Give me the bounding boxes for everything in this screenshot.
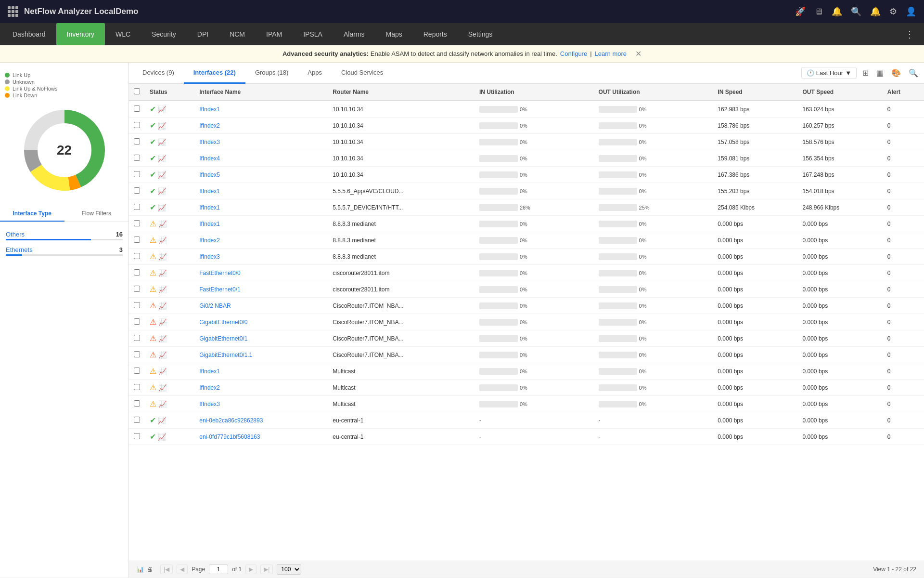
mini-chart-icon[interactable]: 📈: [158, 253, 167, 261]
tab-flow-filters[interactable]: Flow Filters: [64, 206, 129, 222]
tab-cloud-services[interactable]: Cloud Services: [332, 63, 393, 84]
app-grid-icon[interactable]: [8, 6, 18, 17]
cell-interface-name[interactable]: IfIndex5: [194, 167, 328, 183]
header-in-utilization[interactable]: IN Utilization: [475, 84, 594, 101]
nav-item-settings[interactable]: Settings: [458, 23, 503, 45]
mini-chart-icon[interactable]: 📈: [158, 417, 166, 424]
tab-interfaces[interactable]: Interfaces (22): [184, 63, 245, 84]
nav-item-security[interactable]: Security: [141, 23, 187, 45]
row-checkbox[interactable]: [134, 269, 140, 276]
mini-chart-icon[interactable]: 📈: [158, 433, 166, 441]
last-page-button[interactable]: ▶|: [260, 565, 273, 574]
row-checkbox[interactable]: [134, 171, 140, 177]
mini-chart-icon[interactable]: 📈: [158, 155, 166, 162]
cell-interface-name[interactable]: Gi0/2 NBAR: [194, 298, 328, 314]
row-checkbox[interactable]: [134, 433, 140, 439]
print-icon[interactable]: 🖨: [147, 566, 153, 573]
row-checkbox[interactable]: [134, 138, 140, 144]
header-alert[interactable]: Alert: [883, 84, 924, 101]
mini-chart-icon[interactable]: 📈: [158, 204, 166, 211]
header-router-name[interactable]: Router Name: [328, 84, 475, 101]
header-out-speed[interactable]: OUT Speed: [798, 84, 883, 101]
cell-interface-name[interactable]: IfIndex1: [194, 216, 328, 232]
cell-interface-name[interactable]: IfIndex4: [194, 150, 328, 167]
row-checkbox[interactable]: [134, 286, 140, 292]
cell-interface-name[interactable]: eni-0eb2ca86c92862893: [194, 412, 328, 429]
rocket-icon[interactable]: 🚀: [795, 6, 806, 17]
row-checkbox[interactable]: [134, 368, 140, 374]
next-page-button[interactable]: ▶: [245, 565, 257, 574]
cell-interface-name[interactable]: IfIndex2: [194, 118, 328, 134]
monitor-icon[interactable]: 🖥: [814, 7, 823, 17]
tab-apps[interactable]: Apps: [298, 63, 332, 84]
row-checkbox[interactable]: [134, 400, 140, 407]
mini-chart-icon[interactable]: 📈: [158, 384, 167, 392]
header-interface-name[interactable]: Interface Name: [194, 84, 328, 101]
iface-name-ethernets[interactable]: Ethernets: [6, 246, 33, 253]
per-page-select[interactable]: 100 50 25: [277, 564, 301, 575]
cell-interface-name[interactable]: IfIndex3: [194, 396, 328, 412]
nav-item-maps[interactable]: Maps: [375, 23, 413, 45]
user-icon[interactable]: 👤: [906, 6, 916, 17]
learn-more-link[interactable]: Learn more: [595, 50, 627, 57]
row-checkbox[interactable]: [134, 220, 140, 226]
tab-interface-type[interactable]: Interface Type: [0, 206, 64, 222]
filter-icon[interactable]: ⊞: [860, 66, 871, 79]
mini-chart-icon[interactable]: 📈: [158, 171, 166, 179]
mini-chart-icon[interactable]: 📈: [158, 400, 167, 408]
cell-interface-name[interactable]: eni-0fd779c1bf5608163: [194, 429, 328, 445]
cell-interface-name[interactable]: FastEthernet0/1: [194, 281, 328, 298]
mini-chart-icon[interactable]: 📈: [158, 351, 167, 359]
row-checkbox[interactable]: [134, 155, 140, 161]
row-checkbox[interactable]: [134, 417, 140, 423]
cell-interface-name[interactable]: FastEthernet0/0: [194, 265, 328, 281]
alert-bell-icon[interactable]: 🔔: [870, 6, 881, 17]
search-icon[interactable]: 🔍: [851, 6, 861, 17]
cell-interface-name[interactable]: GigabitEthernet0/1: [194, 330, 328, 347]
prev-page-button[interactable]: ◀: [177, 565, 188, 574]
row-checkbox[interactable]: [134, 122, 140, 128]
cell-interface-name[interactable]: IfIndex1: [194, 183, 328, 199]
cell-interface-name[interactable]: IfIndex3: [194, 249, 328, 265]
time-selector[interactable]: 🕐 Last Hour ▼: [801, 67, 857, 79]
nav-item-alarms[interactable]: Alarms: [333, 23, 375, 45]
nav-item-ipsla[interactable]: IPSLA: [293, 23, 333, 45]
gear-icon[interactable]: ⚙: [889, 6, 897, 17]
cell-interface-name[interactable]: IfIndex3: [194, 134, 328, 150]
nav-item-inventory[interactable]: Inventory: [56, 23, 105, 45]
mini-chart-icon[interactable]: 📈: [158, 138, 166, 146]
cell-interface-name[interactable]: IfIndex2: [194, 232, 328, 249]
row-checkbox[interactable]: [134, 236, 140, 243]
nav-item-reports[interactable]: Reports: [413, 23, 458, 45]
row-checkbox[interactable]: [134, 384, 140, 390]
mini-chart-icon[interactable]: 📈: [158, 368, 167, 375]
row-checkbox[interactable]: [134, 318, 140, 325]
nav-item-dpi[interactable]: DPI: [187, 23, 219, 45]
mini-chart-icon[interactable]: 📈: [158, 302, 167, 310]
page-input[interactable]: [209, 565, 228, 574]
header-in-speed[interactable]: IN Speed: [713, 84, 797, 101]
mini-chart-icon[interactable]: 📈: [158, 269, 167, 277]
iface-name-others[interactable]: Others: [6, 231, 25, 238]
tab-groups[interactable]: Groups (18): [245, 63, 298, 84]
mini-chart-icon[interactable]: 📈: [158, 286, 167, 293]
row-checkbox[interactable]: [134, 105, 140, 112]
export-icon[interactable]: 📊: [137, 566, 144, 573]
row-checkbox[interactable]: [134, 253, 140, 259]
row-checkbox[interactable]: [134, 204, 140, 210]
mini-chart-icon[interactable]: 📈: [158, 220, 167, 228]
nav-item-ncm[interactable]: NCM: [219, 23, 256, 45]
grid-view-icon[interactable]: ▦: [874, 66, 886, 79]
bell-icon[interactable]: 🔔: [832, 6, 842, 17]
header-out-utilization[interactable]: OUT Utilization: [594, 84, 713, 101]
nav-more-icon[interactable]: ⋮: [897, 28, 922, 40]
alert-close-button[interactable]: ✕: [635, 49, 642, 58]
mini-chart-icon[interactable]: 📈: [158, 122, 166, 130]
nav-item-ipam[interactable]: IPAM: [256, 23, 293, 45]
mini-chart-icon[interactable]: 📈: [158, 236, 167, 244]
nav-item-dashboard[interactable]: Dashboard: [2, 23, 56, 45]
mini-chart-icon[interactable]: 📈: [158, 187, 166, 195]
cell-interface-name[interactable]: IfIndex1: [194, 101, 328, 118]
tab-devices[interactable]: Devices (9): [133, 63, 184, 84]
cell-interface-name[interactable]: IfIndex2: [194, 380, 328, 396]
